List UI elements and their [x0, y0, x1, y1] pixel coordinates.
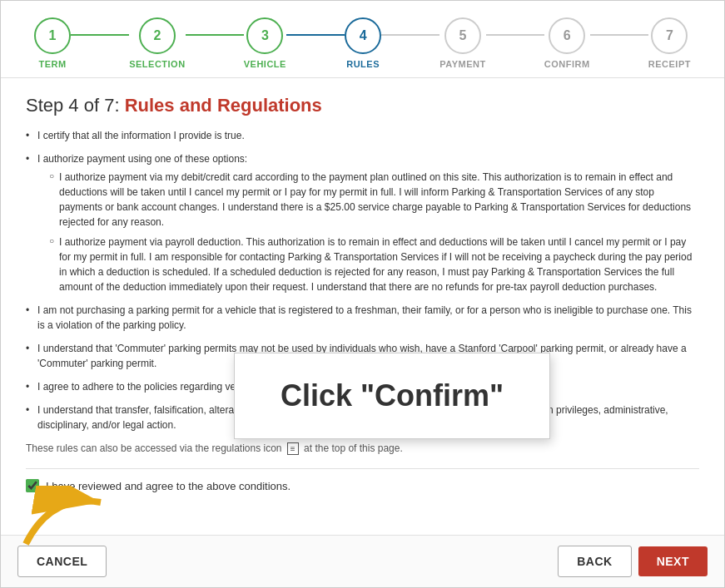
access-note: These rules can also be accessed via the… [26, 442, 699, 455]
step-5-circle: 5 [444, 17, 481, 54]
application-window: 1 TERM 2 SELECTION 3 VEHICLE 4 RULES 5 P [0, 0, 725, 588]
step-2-circle: 2 [139, 17, 176, 54]
step-6-circle: 6 [549, 17, 585, 54]
rule-3: I am not purchasing a parking permit for… [26, 303, 699, 333]
step-1[interactable]: 1 TERM [34, 17, 71, 69]
step-2-label: SELECTION [129, 59, 185, 69]
step-6-label: CONFIRM [544, 59, 590, 69]
rule-2-sub-2: I authorize payment via payroll deductio… [49, 235, 699, 294]
main-body: Step 4 of 7: Rules and Regulations I cer… [1, 78, 724, 587]
step-4[interactable]: 4 RULES [345, 17, 381, 69]
page-title: Step 4 of 7: Rules and Regulations [26, 95, 699, 116]
steps-container: 1 TERM 2 SELECTION 3 VEHICLE 4 RULES 5 P [34, 17, 691, 69]
step-3[interactable]: 3 VEHICLE [244, 17, 286, 69]
rule-1: I certify that all the information I pro… [26, 128, 699, 143]
rule-2: I authorize payment using one of these o… [26, 151, 699, 294]
progress-bar: 1 TERM 2 SELECTION 3 VEHICLE 4 RULES 5 P [1, 1, 724, 78]
connector-1-2 [71, 34, 129, 36]
content-area: Step 4 of 7: Rules and Regulations I cer… [1, 78, 724, 535]
connector-3-4 [286, 34, 345, 36]
connector-6-7 [590, 34, 648, 36]
step-3-circle: 3 [246, 17, 283, 54]
back-button[interactable]: BACK [558, 546, 631, 577]
step-1-label: TERM [38, 59, 66, 69]
step-3-label: VEHICLE [244, 59, 286, 69]
arrow-overlay [17, 486, 117, 556]
step-4-label: RULES [346, 59, 380, 69]
rule-2-sub-1: I authorize payment via my debit/credit … [49, 170, 699, 230]
next-button[interactable]: NEXT [638, 546, 708, 576]
regulations-icon: ≡ [287, 442, 299, 455]
footer-right-buttons: BACK NEXT [558, 546, 708, 577]
step-4-circle: 4 [345, 17, 381, 54]
step-1-circle: 1 [34, 17, 71, 54]
confirm-overlay-popup: Click "Confirm" [234, 353, 550, 439]
connector-2-3 [186, 34, 244, 36]
step-5[interactable]: 5 PAYMENT [439, 17, 485, 69]
step-7-label: RECEIPT [648, 59, 691, 69]
step-6[interactable]: 6 CONFIRM [544, 17, 590, 69]
step-7[interactable]: 7 RECEIPT [648, 17, 691, 69]
arrow-icon [17, 486, 117, 552]
step-7-circle: 7 [651, 17, 688, 54]
rule-2-subitems: I authorize payment via my debit/credit … [37, 170, 699, 294]
connector-4-5 [381, 34, 439, 36]
agreement-checkbox-area: I have reviewed and agree to the above c… [26, 468, 699, 492]
step-2[interactable]: 2 SELECTION [129, 17, 185, 69]
step-5-label: PAYMENT [439, 59, 485, 69]
connector-5-6 [486, 34, 544, 36]
